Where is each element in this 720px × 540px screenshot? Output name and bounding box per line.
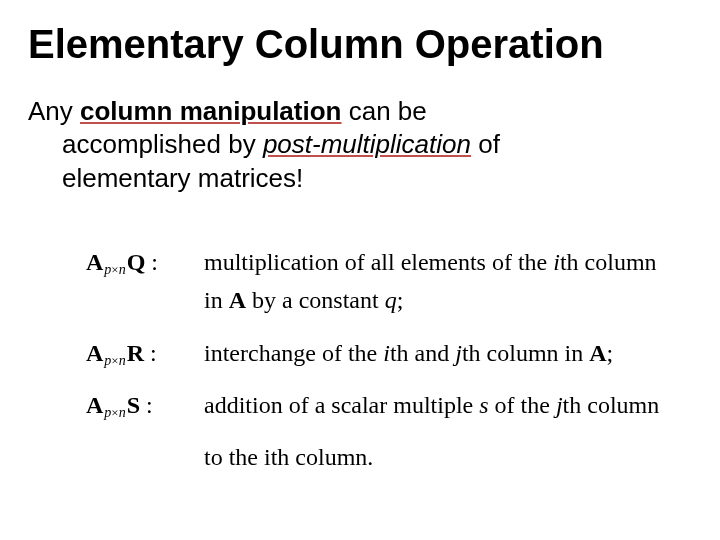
- def-text-S-line2: to the ith column.: [204, 438, 692, 476]
- matrix-R: R: [127, 340, 144, 366]
- q-line1a: multiplication of all elements of the: [204, 249, 553, 275]
- slide-title: Elementary Column Operation: [28, 22, 692, 67]
- matrix-A: A: [86, 249, 103, 275]
- def-text-Q: multiplication of all elements of the it…: [204, 243, 692, 320]
- q-line2a: in: [204, 287, 229, 313]
- var-i: i: [383, 340, 390, 366]
- r-t4: ;: [607, 340, 614, 366]
- matrix-A: A: [86, 340, 103, 366]
- s-t1: addition of a scalar multiple: [204, 392, 479, 418]
- matrix-S: S: [127, 392, 140, 418]
- s-t2: of the: [489, 392, 556, 418]
- symbol-AS: Ap×nS :: [86, 386, 204, 424]
- matrix-Q: Q: [127, 249, 146, 275]
- text-elementary-matrices: elementary matrices!: [62, 162, 692, 195]
- var-q: q: [385, 287, 397, 313]
- def-row-Q: Ap×nQ : multiplication of all elements o…: [86, 243, 692, 320]
- s-t4: to the: [204, 444, 264, 470]
- symbol-AR: Ap×nR :: [86, 334, 204, 372]
- s-t3: th column: [563, 392, 660, 418]
- q-line2c: ;: [397, 287, 404, 313]
- subscript-pxn: p×n: [103, 262, 126, 277]
- def-row-S: Ap×nS : addition of a scalar multiple s …: [86, 386, 692, 424]
- keyword-post-multiplication: post-multiplication: [263, 129, 471, 159]
- s-t5: th column.: [271, 444, 374, 470]
- var-i: i: [553, 249, 560, 275]
- q-line2b: by a constant: [246, 287, 385, 313]
- matrix-A-inline: A: [229, 287, 246, 313]
- matrix-A-inline: A: [589, 340, 606, 366]
- text-any: Any: [28, 96, 80, 126]
- var-j: j: [556, 392, 563, 418]
- body-paragraph: Any column manipulation can be accomplis…: [28, 95, 692, 195]
- r-t3: th column in: [462, 340, 589, 366]
- text-can-be: can be: [341, 96, 426, 126]
- var-i: i: [264, 444, 271, 470]
- sub-n: n: [119, 353, 126, 368]
- colon: :: [144, 340, 157, 366]
- q-line1b: th column: [560, 249, 657, 275]
- matrix-A: A: [86, 392, 103, 418]
- sub-times: ×: [111, 262, 118, 277]
- sub-n: n: [119, 405, 126, 420]
- text-accomplished-by: accomplished by: [62, 129, 263, 159]
- colon: :: [145, 249, 158, 275]
- var-j: j: [455, 340, 462, 366]
- symbol-AQ: Ap×nQ :: [86, 243, 204, 281]
- sub-times: ×: [111, 405, 118, 420]
- r-t2: th and: [390, 340, 455, 366]
- colon: :: [140, 392, 153, 418]
- definitions-block: Ap×nQ : multiplication of all elements o…: [86, 243, 692, 477]
- text-of: of: [471, 129, 500, 159]
- def-text-R: interchange of the ith and jth column in…: [204, 334, 692, 372]
- var-s: s: [479, 392, 488, 418]
- subscript-pxn: p×n: [103, 405, 126, 420]
- sub-times: ×: [111, 353, 118, 368]
- sub-n: n: [119, 262, 126, 277]
- r-t1: interchange of the: [204, 340, 383, 366]
- subscript-pxn: p×n: [103, 353, 126, 368]
- def-text-S: addition of a scalar multiple s of the j…: [204, 386, 692, 424]
- keyword-column-manipulation: column manipulation: [80, 96, 341, 126]
- def-row-R: Ap×nR : interchange of the ith and jth c…: [86, 334, 692, 372]
- slide: Elementary Column Operation Any column m…: [0, 0, 720, 540]
